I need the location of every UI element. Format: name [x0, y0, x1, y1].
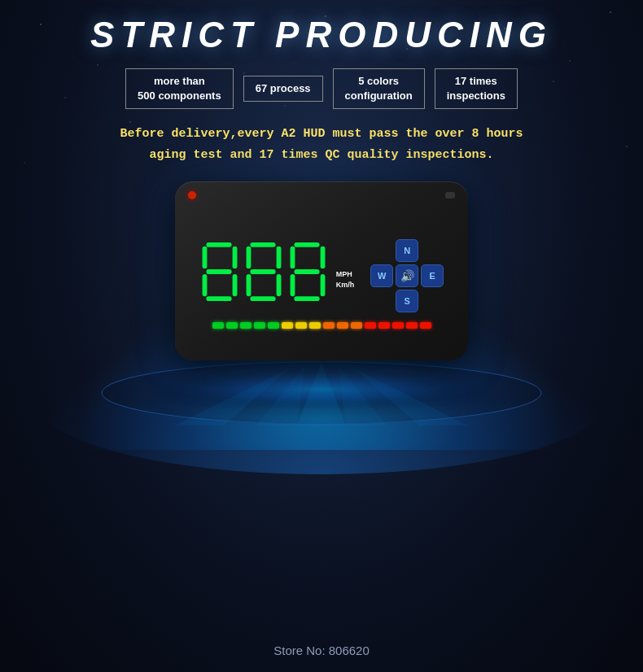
- svg-rect-12: [276, 274, 281, 296]
- svg-rect-3: [206, 269, 231, 274]
- led-5: [268, 322, 279, 329]
- svg-rect-10: [250, 269, 275, 274]
- led-speed-bar: [212, 322, 431, 329]
- info-box-inspections-label: 17 timesinspections: [447, 75, 505, 102]
- svg-rect-16: [320, 247, 325, 268]
- unit-kmh: Km/h: [336, 280, 355, 290]
- led-12: [365, 322, 376, 329]
- svg-rect-0: [206, 242, 231, 247]
- led-13: [378, 322, 390, 329]
- page-title: STRICT PRODUCING: [90, 15, 553, 55]
- led-2: [226, 322, 238, 329]
- speed-display: [199, 240, 328, 303]
- description-line1: Before delivery,every A2 HUD must pass t…: [120, 124, 523, 145]
- led-4: [254, 322, 265, 329]
- compass-south: S: [396, 290, 418, 312]
- compass-empty-br: [421, 290, 444, 312]
- compass-north: N: [396, 239, 418, 262]
- led-10: [337, 322, 348, 329]
- digit-1: [199, 240, 240, 303]
- hud-screen: MPH Km/h N W 🔊: [199, 231, 444, 312]
- led-9: [323, 322, 335, 329]
- store-info: Store No: 806620: [273, 644, 370, 657]
- info-box-components-label: more than500 components: [138, 75, 221, 102]
- compass-empty-tr: [421, 239, 444, 262]
- compass: N W 🔊 E S: [370, 239, 444, 312]
- sound-icon: 🔊: [400, 269, 414, 282]
- svg-rect-8: [246, 247, 251, 268]
- speed-unit: MPH Km/h: [336, 269, 355, 290]
- info-boxes-row: more than500 components 67 process 5 col…: [125, 68, 518, 109]
- unit-mph: MPH: [336, 269, 355, 280]
- svg-rect-4: [202, 274, 207, 296]
- info-box-process-label: 67 process: [256, 82, 311, 94]
- svg-rect-13: [250, 296, 275, 301]
- description-block: Before delivery,every A2 HUD must pass t…: [87, 124, 555, 165]
- svg-rect-7: [250, 242, 275, 247]
- hud-wrapper: MPH Km/h N W 🔊: [94, 181, 549, 425]
- svg-rect-1: [202, 247, 207, 268]
- svg-rect-2: [232, 247, 237, 268]
- info-box-colors: 5 colorsconfiguration: [333, 68, 425, 109]
- hud-top-bar: [188, 191, 455, 199]
- led-11: [351, 322, 362, 329]
- led-16: [420, 322, 431, 329]
- power-led: [188, 191, 196, 199]
- info-box-colors-label: 5 colorsconfiguration: [345, 75, 413, 102]
- info-box-process: 67 process: [243, 76, 323, 102]
- sensor: [445, 192, 455, 199]
- led-14: [392, 322, 404, 329]
- info-box-inspections: 17 timesinspections: [435, 68, 518, 109]
- led-6: [282, 322, 293, 329]
- svg-rect-18: [290, 274, 295, 296]
- description-line2: aging test and 17 times QC quality inspe…: [120, 145, 523, 166]
- led-7: [295, 322, 307, 329]
- store-label: Store No: 806620: [273, 644, 370, 657]
- svg-rect-17: [294, 269, 319, 274]
- digit-2: [243, 240, 284, 303]
- svg-rect-14: [294, 242, 319, 247]
- svg-rect-11: [246, 274, 251, 296]
- compass-empty-bl: [370, 290, 393, 312]
- svg-rect-19: [320, 274, 325, 296]
- led-8: [309, 322, 321, 329]
- svg-rect-9: [276, 247, 281, 268]
- compass-east: E: [421, 264, 444, 287]
- svg-rect-20: [294, 296, 319, 301]
- page-content: STRICT PRODUCING more than500 components…: [0, 0, 643, 672]
- disc-platform: [94, 352, 549, 425]
- led-1: [212, 322, 224, 329]
- led-15: [406, 322, 418, 329]
- svg-rect-15: [290, 247, 295, 268]
- led-3: [240, 322, 252, 329]
- hud-device: MPH Km/h N W 🔊: [175, 181, 468, 360]
- compass-empty-tl: [370, 239, 393, 262]
- compass-center: 🔊: [396, 264, 418, 287]
- info-box-components: more than500 components: [125, 68, 234, 109]
- digit-3: [287, 240, 328, 303]
- svg-rect-5: [232, 274, 237, 296]
- svg-rect-6: [206, 296, 231, 301]
- compass-west: W: [370, 264, 393, 287]
